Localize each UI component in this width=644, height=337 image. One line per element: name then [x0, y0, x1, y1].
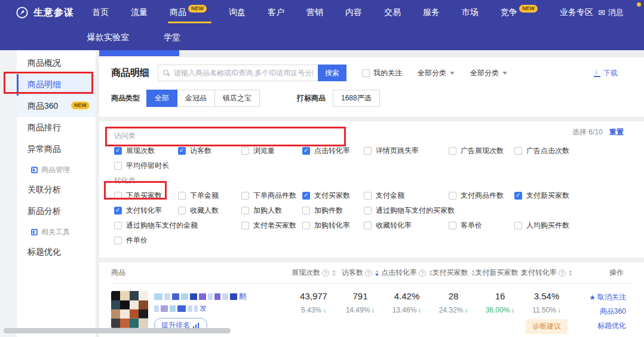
subnav-hot-lab[interactable]: 爆款实验室	[87, 32, 129, 43]
nav-item-home[interactable]: 首页	[92, 0, 109, 25]
metric-checkbox-item[interactable]: 件单价	[114, 235, 178, 246]
checkbox-icon[interactable]	[114, 207, 122, 215]
metric-checkbox-item[interactable]: 访客数	[178, 146, 241, 156]
checkbox-icon[interactable]	[514, 222, 522, 229]
metric-checkbox-item[interactable]: 详情页跳失率	[364, 146, 449, 156]
nav-item-competition[interactable]: 竞争NEW	[501, 0, 538, 25]
sidebar-item-title-optimization[interactable]: 标题优化	[17, 241, 96, 263]
metric-checkbox-item[interactable]: 加购人数	[241, 206, 302, 216]
sort-icon[interactable]	[332, 270, 336, 276]
column-header-payment-rate[interactable]: 支付转化率	[523, 268, 570, 278]
checkbox-icon[interactable]	[364, 192, 372, 200]
category-select-2[interactable]: 全部分类	[470, 68, 507, 78]
metric-checkbox-item[interactable]: 收藏转化率	[364, 220, 449, 231]
metric-checkbox-item[interactable]: 加购件数	[302, 206, 364, 216]
product-thumbnail[interactable]	[111, 291, 148, 328]
sort-icon[interactable]	[375, 270, 379, 276]
checkbox-icon[interactable]	[364, 207, 372, 215]
category-select-1[interactable]: 全部分类	[418, 68, 455, 78]
unfollow-link[interactable]: 取消关注	[589, 292, 626, 302]
metric-checkbox-item[interactable]: 客单价	[449, 220, 514, 231]
horizontal-scrollbar[interactable]	[4, 328, 231, 333]
subnav-school[interactable]: 学堂	[164, 32, 180, 43]
nav-item-customers[interactable]: 客户	[268, 0, 284, 25]
metric-checkbox-item[interactable]: 支付金额	[364, 191, 449, 201]
column-header-paying-buyers[interactable]: 支付买家数	[430, 268, 477, 278]
type-option-all[interactable]: 全部	[146, 90, 177, 107]
metric-checkbox-item[interactable]: 支付商品件数	[449, 191, 514, 201]
metric-checkbox-item[interactable]: 下单买家数	[114, 191, 178, 201]
metric-checkbox-item[interactable]: 广告点击次数	[514, 146, 644, 156]
checkbox-icon[interactable]	[114, 222, 122, 229]
diagnose-suggestion-button[interactable]: 诊断建议	[526, 319, 568, 334]
sort-icon[interactable]	[471, 270, 475, 276]
product-title-redacted-line2[interactable]: 发	[154, 304, 246, 313]
column-header-new-paying-buyers[interactable]: 支付新买家数	[477, 268, 523, 278]
checkbox-icon[interactable]	[302, 147, 310, 155]
column-header-visitors[interactable]: 访客数	[337, 268, 384, 278]
messages-entry[interactable]: 消息	[598, 7, 624, 18]
brand[interactable]: 生意参谋	[16, 6, 86, 19]
product-360-link[interactable]: 商品360	[600, 307, 626, 317]
checkbox-icon[interactable]	[362, 69, 370, 77]
nav-item-marketing[interactable]: 营销	[306, 0, 323, 25]
metric-checkbox-item[interactable]: 收藏人数	[178, 206, 241, 216]
sidebar-item-abnormal-products[interactable]: 异常商品	[17, 139, 96, 160]
nav-item-inquiries[interactable]: 询盘	[229, 0, 246, 25]
checkbox-icon[interactable]	[449, 147, 456, 155]
sidebar-item-product-management[interactable]: 商品管理	[17, 160, 96, 179]
sidebar-item-new-product-analysis[interactable]: 新品分析	[17, 201, 96, 222]
checkbox-icon[interactable]	[178, 147, 186, 155]
metric-checkbox-item[interactable]: 加购转化率	[302, 220, 364, 231]
checkbox-icon[interactable]	[364, 222, 372, 229]
metric-checkbox-item[interactable]: 支付转化率	[114, 206, 178, 216]
reset-button[interactable]: 重置	[609, 128, 624, 136]
metric-checkbox-item[interactable]: 通过购物车支付的金额	[114, 220, 241, 231]
metric-checkbox-item[interactable]: 点击转化率	[302, 146, 364, 156]
column-header-impressions[interactable]: 展现次数	[290, 268, 337, 278]
checkbox-icon[interactable]	[302, 222, 310, 229]
sidebar-item-product-overview[interactable]: 商品概况	[17, 53, 96, 74]
checkbox-icon[interactable]	[241, 222, 249, 229]
nav-item-market[interactable]: 市场	[462, 0, 479, 25]
metric-checkbox-item[interactable]: 展现次数	[114, 146, 178, 156]
search-button[interactable]: 搜索	[318, 65, 346, 81]
type-option-gold-crown[interactable]: 金冠品	[177, 90, 215, 107]
checkbox-icon[interactable]	[178, 192, 186, 200]
title-optimize-link[interactable]: 标题优化	[597, 321, 626, 331]
tag-option-1688-selected[interactable]: 1688严选	[333, 90, 380, 107]
metric-checkbox-item[interactable]: 广告展现次数	[449, 146, 514, 156]
metric-checkbox-item[interactable]: 人均购买件数	[514, 220, 644, 231]
checkbox-icon[interactable]	[178, 207, 186, 215]
checkbox-icon[interactable]	[514, 147, 522, 155]
metric-checkbox-item[interactable]: 通过购物车支付的买家数	[364, 206, 644, 216]
metric-checkbox-item[interactable]: 浏览量	[241, 146, 302, 156]
nav-item-products[interactable]: 商品NEW	[170, 0, 207, 25]
nav-item-business-zone[interactable]: 业务专区	[560, 0, 593, 25]
checkbox-icon[interactable]	[114, 237, 122, 244]
download-link[interactable]: 下载	[594, 68, 618, 78]
checkbox-icon[interactable]	[241, 192, 249, 200]
checkbox-icon[interactable]	[114, 162, 122, 170]
checkbox-icon[interactable]	[114, 192, 122, 200]
checkbox-icon[interactable]	[241, 147, 249, 155]
sidebar-item-association-analysis[interactable]: 关联分析	[17, 179, 96, 201]
metric-checkbox-item[interactable]: 支付新买家数	[514, 191, 644, 201]
checkbox-icon[interactable]	[449, 222, 456, 229]
sidebar-item-product-ranking[interactable]: 商品排行	[17, 117, 96, 139]
my-follow-filter[interactable]: 我的关注	[362, 68, 402, 78]
nav-item-transactions[interactable]: 交易	[384, 0, 401, 25]
metric-checkbox-item[interactable]: 支付买家数	[302, 191, 364, 201]
checkbox-icon[interactable]	[449, 192, 456, 200]
column-header-click-rate[interactable]: 点击转化率	[384, 268, 430, 278]
product-title-redacted[interactable]: 翻	[154, 292, 246, 301]
sidebar-item-product-details[interactable]: 商品明细	[17, 74, 96, 96]
checkbox-icon[interactable]	[302, 192, 310, 200]
nav-item-traffic[interactable]: 流量	[131, 0, 148, 25]
checkbox-icon[interactable]	[364, 147, 372, 155]
metric-checkbox-item[interactable]: 下单金额	[178, 191, 241, 201]
nav-item-services[interactable]: 服务	[423, 0, 440, 25]
search-input[interactable]	[158, 65, 318, 81]
checkbox-icon[interactable]	[514, 192, 522, 200]
sidebar-item-related-tools[interactable]: 相关工具	[17, 222, 96, 241]
